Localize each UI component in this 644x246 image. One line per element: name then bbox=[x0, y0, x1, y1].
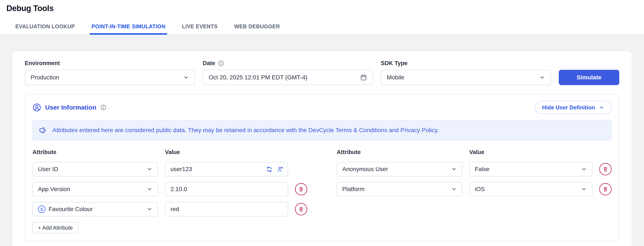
attribute-selected-value: App Version bbox=[38, 186, 70, 193]
value-input-favourite-colour[interactable] bbox=[165, 202, 288, 217]
chevron-down-icon bbox=[146, 166, 152, 172]
megaphone-icon bbox=[39, 126, 47, 135]
tab-evaluation-lookup[interactable]: EVALUATION LOOKUP bbox=[14, 23, 76, 35]
hide-user-definition-label: Hide User Definition bbox=[542, 104, 595, 111]
attribute-column-header: Attribute bbox=[337, 149, 462, 156]
public-data-banner: Attributes entered here are considered p… bbox=[32, 120, 612, 140]
environment-selected-value: Production bbox=[31, 74, 59, 81]
trash-icon bbox=[602, 166, 608, 172]
simulation-form-row: Environment Production Date Oct 20, 2025… bbox=[25, 60, 619, 85]
environment-label: Environment bbox=[25, 60, 195, 67]
attribute-selected-value: Anonymous User bbox=[342, 166, 388, 173]
attribute-selected-value: Platform bbox=[342, 186, 364, 193]
page-title: Debug Tools bbox=[6, 4, 54, 13]
user-information-title: User Information bbox=[45, 104, 96, 111]
user-information-header: User Information Hide User Definition bbox=[32, 101, 612, 114]
delete-attribute-button-app-version[interactable] bbox=[295, 183, 307, 195]
attributes-grid: Attribute Value User ID bbox=[32, 149, 612, 234]
date-value: Oct 20, 2025 12:01 PM EDT (GMT-4) bbox=[209, 74, 307, 81]
value-input-wrap-app-version bbox=[165, 182, 288, 196]
user-information-panel: User Information Hide User Definition At… bbox=[25, 94, 619, 242]
value-column-header: Value bbox=[165, 149, 288, 156]
value-column-header: Value bbox=[469, 149, 592, 156]
tab-web-debugger[interactable]: WEB DEBUGGER bbox=[232, 23, 282, 35]
environment-field-group: Environment Production bbox=[25, 60, 195, 85]
user-plus-icon[interactable] bbox=[277, 166, 284, 173]
public-data-banner-text: Attributes entered here are considered p… bbox=[52, 127, 439, 134]
value-input-wrap-favourite-colour bbox=[165, 202, 288, 217]
attributes-right-column: Attribute Value Anonymous User False bbox=[337, 149, 612, 234]
string-type-badge-icon: S bbox=[38, 205, 46, 213]
sdk-type-label-text: SDK Type bbox=[381, 60, 408, 67]
environment-label-text: Environment bbox=[25, 60, 60, 67]
value-select-platform[interactable]: iOS bbox=[469, 182, 592, 196]
attribute-select-user-id[interactable]: User ID bbox=[32, 162, 158, 176]
tab-point-in-time-simulation[interactable]: POINT-IN-TIME SIMULATION bbox=[90, 23, 167, 35]
chevron-down-icon bbox=[451, 186, 457, 192]
sdk-type-field-group: SDK Type Mobile bbox=[381, 60, 551, 85]
chevron-up-icon bbox=[599, 105, 604, 110]
tab-live-events[interactable]: LIVE EVENTS bbox=[180, 23, 219, 35]
date-label: Date bbox=[203, 60, 373, 67]
attribute-column-header: Attribute bbox=[32, 149, 158, 156]
chevron-down-icon bbox=[146, 186, 152, 192]
attribute-select-anonymous-user[interactable]: Anonymous User bbox=[337, 162, 462, 176]
user-circle-icon bbox=[32, 103, 41, 112]
sdk-type-label: SDK Type bbox=[381, 60, 551, 67]
value-select-anonymous-user[interactable]: False bbox=[469, 162, 592, 176]
chevron-down-icon bbox=[581, 166, 587, 172]
hide-user-definition-button[interactable]: Hide User Definition bbox=[535, 101, 612, 114]
chevron-down-icon bbox=[539, 74, 545, 80]
trash-icon bbox=[298, 206, 304, 212]
calendar-icon[interactable] bbox=[360, 74, 367, 81]
value-selected-value: False bbox=[475, 166, 489, 173]
attribute-select-favourite-colour[interactable]: S Favourite Colour bbox=[32, 202, 158, 217]
chevron-down-icon bbox=[146, 206, 152, 212]
refresh-icon[interactable] bbox=[266, 166, 272, 173]
value-input-wrap-user-id bbox=[165, 162, 288, 176]
attribute-selected-value: User ID bbox=[38, 166, 58, 173]
attribute-select-app-version[interactable]: App Version bbox=[32, 182, 158, 196]
date-label-text: Date bbox=[203, 60, 215, 67]
user-id-inline-actions bbox=[266, 162, 284, 176]
sdk-type-selected-value: Mobile bbox=[387, 74, 404, 81]
add-attribute-button[interactable]: + Add Attribute bbox=[32, 222, 78, 234]
sdk-type-select[interactable]: Mobile bbox=[381, 70, 551, 85]
value-selected-value: iOS bbox=[475, 186, 485, 193]
spacer bbox=[295, 163, 307, 175]
chevron-down-icon bbox=[183, 74, 189, 80]
attribute-select-platform[interactable]: Platform bbox=[337, 182, 462, 196]
info-icon[interactable] bbox=[218, 60, 224, 67]
simulate-button[interactable]: Simulate bbox=[559, 70, 619, 85]
trash-icon bbox=[602, 186, 608, 192]
attributes-left-column: Attribute Value User ID bbox=[32, 149, 307, 234]
delete-attribute-button-anonymous-user[interactable] bbox=[599, 163, 612, 175]
info-icon[interactable] bbox=[100, 104, 106, 111]
trash-icon bbox=[298, 186, 304, 192]
chevron-down-icon bbox=[581, 186, 587, 192]
chevron-down-icon bbox=[451, 166, 457, 172]
date-field-group: Date Oct 20, 2025 12:01 PM EDT (GMT-4) bbox=[203, 60, 373, 85]
value-input-app-version[interactable] bbox=[165, 182, 288, 196]
simulation-card: Environment Production Date Oct 20, 2025… bbox=[12, 51, 632, 246]
top-bar: Debug Tools EVALUATION LOOKUP POINT-IN-T… bbox=[0, 0, 644, 35]
date-input[interactable]: Oct 20, 2025 12:01 PM EDT (GMT-4) bbox=[203, 70, 373, 85]
user-information-title-wrap: User Information bbox=[32, 103, 106, 112]
environment-select[interactable]: Production bbox=[25, 70, 195, 85]
delete-attribute-button-platform[interactable] bbox=[599, 183, 612, 195]
delete-attribute-button-favourite-colour[interactable] bbox=[295, 203, 307, 215]
attribute-selected-value: Favourite Colour bbox=[48, 206, 93, 213]
tab-bar: EVALUATION LOOKUP POINT-IN-TIME SIMULATI… bbox=[14, 23, 282, 35]
